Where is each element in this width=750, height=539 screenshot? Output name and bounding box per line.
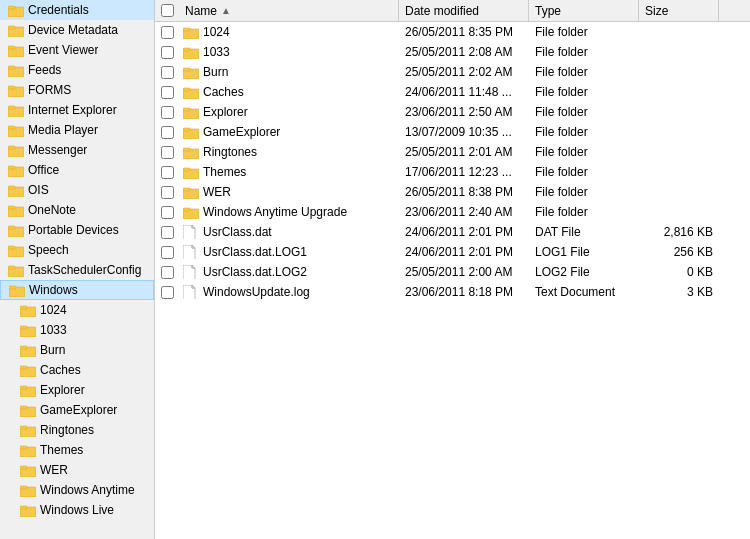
sidebar-item-event-viewer[interactable]: Event Viewer: [0, 40, 154, 60]
row-check-cell: [155, 206, 179, 219]
file-date-cell: 17/06/2011 12:23 ...: [399, 165, 529, 179]
file-name-cell: 1024: [179, 25, 399, 39]
table-row[interactable]: UsrClass.dat.LOG124/06/2011 2:01 PMLOG1 …: [155, 242, 750, 262]
svg-rect-61: [183, 108, 190, 111]
table-row[interactable]: Themes17/06/2011 12:23 ...File folder: [155, 162, 750, 182]
svg-rect-9: [8, 86, 15, 89]
sidebar-item-label: FORMS: [28, 83, 71, 97]
sidebar-item-windows[interactable]: Windows: [0, 280, 154, 300]
col-header-size[interactable]: Size: [639, 0, 719, 21]
sidebar-item-speech[interactable]: Speech: [0, 240, 154, 260]
folder-icon: [8, 143, 24, 157]
file-name-label: Explorer: [203, 105, 248, 119]
folder-icon: [183, 205, 199, 219]
sidebar-item-gameexplorer[interactable]: GameExplorer: [0, 400, 154, 420]
sidebar[interactable]: Credentials Device Metadata Event Viewer…: [0, 0, 155, 539]
row-checkbox[interactable]: [161, 106, 174, 119]
sidebar-item-internet-explorer[interactable]: Internet Explorer: [0, 100, 154, 120]
file-icon: [183, 245, 199, 259]
folder-icon: [8, 123, 24, 137]
sidebar-item-label: GameExplorer: [40, 403, 117, 417]
folder-icon: [20, 363, 36, 377]
sidebar-item-ois[interactable]: OIS: [0, 180, 154, 200]
sidebar-item-taskschedulerconfig[interactable]: TaskSchedulerConfig: [0, 260, 154, 280]
table-row[interactable]: Windows Anytime Upgrade23/06/2011 2:40 A…: [155, 202, 750, 222]
row-checkbox[interactable]: [161, 186, 174, 199]
sidebar-item-credentials[interactable]: Credentials: [0, 0, 154, 20]
svg-rect-27: [8, 266, 15, 269]
row-checkbox[interactable]: [161, 286, 174, 299]
row-checkbox[interactable]: [161, 226, 174, 239]
table-row[interactable]: 102426/05/2011 8:35 PMFile folder: [155, 22, 750, 42]
file-list[interactable]: 102426/05/2011 8:35 PMFile folder 103325…: [155, 22, 750, 539]
sidebar-item-label: Explorer: [40, 383, 85, 397]
sidebar-item-onenote[interactable]: OneNote: [0, 200, 154, 220]
file-name-cell: Caches: [179, 85, 399, 99]
table-row[interactable]: 103325/05/2011 2:08 AMFile folder: [155, 42, 750, 62]
table-row[interactable]: Ringtones25/05/2011 2:01 AMFile folder: [155, 142, 750, 162]
sidebar-item-themes[interactable]: Themes: [0, 440, 154, 460]
file-type-cell: File folder: [529, 145, 639, 159]
sidebar-item-label: Office: [28, 163, 59, 177]
folder-icon: [20, 443, 36, 457]
col-date-label: Date modified: [405, 4, 479, 18]
sidebar-item-burn[interactable]: Burn: [0, 340, 154, 360]
sidebar-item-1033[interactable]: 1033: [0, 320, 154, 340]
table-row[interactable]: GameExplorer13/07/2009 10:35 ...File fol…: [155, 122, 750, 142]
row-check-cell: [155, 166, 179, 179]
svg-rect-25: [8, 246, 15, 249]
svg-marker-75: [192, 245, 195, 248]
sidebar-item-device-metadata[interactable]: Device Metadata: [0, 20, 154, 40]
row-checkbox[interactable]: [161, 146, 174, 159]
svg-rect-41: [20, 406, 27, 409]
file-date-cell: 24/06/2011 2:01 PM: [399, 225, 529, 239]
file-icon: [183, 225, 199, 239]
row-checkbox[interactable]: [161, 126, 174, 139]
file-type-cell: File folder: [529, 85, 639, 99]
row-check-cell: [155, 226, 179, 239]
table-row[interactable]: WindowsUpdate.log23/06/2011 8:18 PMText …: [155, 282, 750, 302]
row-checkbox[interactable]: [161, 46, 174, 59]
file-date-cell: 25/05/2011 2:00 AM: [399, 265, 529, 279]
svg-rect-49: [20, 486, 27, 489]
sidebar-item-media-player[interactable]: Media Player: [0, 120, 154, 140]
sidebar-item-wer[interactable]: WER: [0, 460, 154, 480]
sidebar-item-1024[interactable]: 1024: [0, 300, 154, 320]
sidebar-item-explorer[interactable]: Explorer: [0, 380, 154, 400]
row-checkbox[interactable]: [161, 26, 174, 39]
svg-marker-79: [192, 285, 195, 288]
svg-rect-11: [8, 106, 15, 109]
sidebar-item-forms[interactable]: FORMS: [0, 80, 154, 100]
table-row[interactable]: Explorer23/06/2011 2:50 AMFile folder: [155, 102, 750, 122]
table-row[interactable]: Caches24/06/2011 11:48 ...File folder: [155, 82, 750, 102]
sidebar-item-windows-anytime[interactable]: Windows Anytime: [0, 480, 154, 500]
row-checkbox[interactable]: [161, 246, 174, 259]
sidebar-item-portable-devices[interactable]: Portable Devices: [0, 220, 154, 240]
col-header-date[interactable]: Date modified: [399, 0, 529, 21]
svg-marker-73: [192, 225, 195, 228]
table-row[interactable]: UsrClass.dat24/06/2011 2:01 PMDAT File2,…: [155, 222, 750, 242]
table-row[interactable]: UsrClass.dat.LOG225/05/2011 2:00 AMLOG2 …: [155, 262, 750, 282]
row-checkbox[interactable]: [161, 206, 174, 219]
sidebar-item-caches[interactable]: Caches: [0, 360, 154, 380]
sidebar-item-messenger[interactable]: Messenger: [0, 140, 154, 160]
check-all[interactable]: [161, 4, 174, 17]
row-checkbox[interactable]: [161, 266, 174, 279]
sidebar-item-office[interactable]: Office: [0, 160, 154, 180]
folder-icon: [183, 165, 199, 179]
row-checkbox[interactable]: [161, 86, 174, 99]
col-header-name[interactable]: Name ▲: [179, 0, 399, 21]
row-checkbox[interactable]: [161, 166, 174, 179]
file-date-cell: 26/05/2011 8:35 PM: [399, 25, 529, 39]
table-row[interactable]: WER26/05/2011 8:38 PMFile folder: [155, 182, 750, 202]
col-header-type[interactable]: Type: [529, 0, 639, 21]
col-type-label: Type: [535, 4, 561, 18]
column-headers: Name ▲ Date modified Type Size: [155, 0, 750, 22]
svg-marker-77: [192, 265, 195, 268]
table-row[interactable]: Burn25/05/2011 2:02 AMFile folder: [155, 62, 750, 82]
row-checkbox[interactable]: [161, 66, 174, 79]
sidebar-item-feeds[interactable]: Feeds: [0, 60, 154, 80]
sidebar-item-ringtones[interactable]: Ringtones: [0, 420, 154, 440]
row-check-cell: [155, 186, 179, 199]
sidebar-item-windows-live[interactable]: Windows Live: [0, 500, 154, 520]
